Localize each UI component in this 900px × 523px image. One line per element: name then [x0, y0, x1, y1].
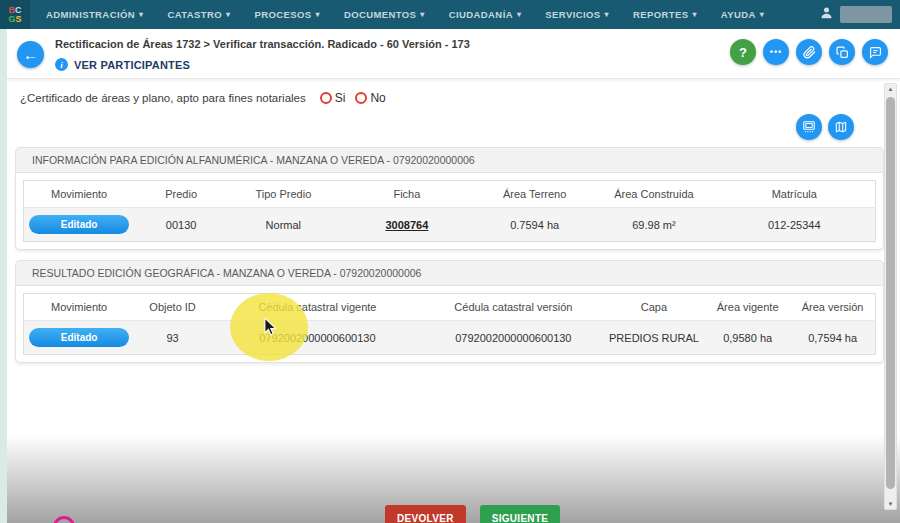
chevron-down-icon: ▾	[605, 10, 609, 19]
col-area-vigente: Área vigente	[705, 294, 790, 321]
comments-button[interactable]	[862, 39, 888, 65]
map-icon	[834, 120, 848, 134]
menu-ciudadania[interactable]: CIUDADANÍA▾	[449, 9, 522, 20]
cell-area-vigente: 0,9580 ha	[705, 321, 790, 355]
cell-objeto-id: 93	[134, 321, 211, 355]
col-objeto-id: Objeto ID	[134, 294, 211, 321]
page-background-strip	[0, 29, 7, 523]
certificado-question-label: ¿Certificado de áreas y plano, apto para…	[20, 92, 306, 104]
app-logo: BC GS	[0, 0, 30, 29]
devolver-button[interactable]: DEVOLVER	[385, 505, 466, 523]
col-capa: Capa	[603, 294, 705, 321]
radio-no[interactable]: No	[355, 91, 385, 105]
chevron-down-icon: ▾	[315, 10, 319, 19]
paperclip-icon	[803, 46, 816, 59]
col-area-version: Área versión	[790, 294, 875, 321]
alfanumerica-panel-title: INFORMACIÓN PARA EDICIÓN ALFANUMÉRICA - …	[15, 147, 884, 173]
table-row: Editado 93 0792002000000600130 079200200…	[24, 321, 876, 355]
geografica-table: Movimiento Objeto ID Cédula catastral vi…	[23, 293, 876, 355]
chevron-down-icon: ▾	[226, 10, 230, 19]
col-matricula: Matrícula	[714, 181, 876, 208]
alfanumerica-table: Movimiento Predio Tipo Predio Ficha Área…	[23, 180, 876, 242]
cell-area-construida: 69.98 m²	[594, 208, 713, 242]
col-tipo-predio: Tipo Predio	[228, 181, 339, 208]
menu-catastro[interactable]: CATASTRO▾	[167, 9, 230, 20]
col-predio: Predio	[134, 181, 228, 208]
map-view-button[interactable]	[828, 114, 854, 140]
ellipsis-icon: •••	[770, 47, 782, 57]
status-badge-editado: Editado	[29, 328, 129, 347]
page-title: VER PARTICIPANTES	[74, 59, 190, 71]
more-options-button[interactable]: •••	[763, 39, 789, 65]
menu-servicios[interactable]: SERVICIOS▾	[545, 9, 609, 20]
menu-procesos[interactable]: PROCESOS▾	[254, 9, 319, 20]
table-header-row: Movimiento Objeto ID Cédula catastral vi…	[24, 294, 876, 321]
menu-administracion[interactable]: ADMINISTRACIÓN▾	[46, 9, 143, 20]
copy-icon	[836, 46, 849, 59]
chevron-down-icon: ▾	[420, 10, 424, 19]
scroll-down-arrow[interactable]: ▼	[885, 501, 896, 507]
breadcrumb: Rectificacion de Áreas 1732 > Verificar …	[55, 38, 470, 50]
radio-no-label: No	[370, 91, 385, 105]
menu-reportes[interactable]: REPORTES▾	[633, 9, 697, 20]
col-cedula-version: Cédula catastral versión	[424, 294, 603, 321]
cell-capa: PREDIOS RURAL	[603, 321, 705, 355]
table-row: Editado 00130 Normal 3008764 0.7594 ha 6…	[24, 208, 876, 242]
radio-no-circle[interactable]	[355, 92, 367, 104]
copy-documents-button[interactable]	[829, 39, 855, 65]
col-cedula-vigente: Cédula catastral vigente	[211, 294, 424, 321]
footer-actions: DEVOLVER SIGUIENTE	[385, 505, 560, 523]
col-area-terreno: Área Terreno	[475, 181, 594, 208]
radio-si-label: Si	[335, 91, 346, 105]
question-mark-icon: ?	[739, 45, 747, 60]
col-movimiento: Movimiento	[24, 294, 135, 321]
attachments-button[interactable]	[796, 39, 822, 65]
info-icon[interactable]: i	[55, 58, 68, 71]
radio-si[interactable]: Si	[320, 91, 346, 105]
chevron-down-icon: ▾	[760, 10, 764, 19]
chevron-down-icon: ▾	[692, 10, 696, 19]
cell-tipo-predio: Normal	[228, 208, 339, 242]
alfanumerica-panel: INFORMACIÓN PARA EDICIÓN ALFANUMÉRICA - …	[15, 147, 884, 250]
cell-matricula: 012-25344	[714, 208, 876, 242]
help-button[interactable]: ?	[730, 39, 756, 65]
comment-icon	[869, 46, 882, 59]
back-button[interactable]: ←	[17, 41, 44, 68]
user-name-box[interactable]	[840, 6, 892, 23]
table-view-button[interactable]	[796, 114, 822, 140]
chevron-down-icon: ▾	[139, 10, 143, 19]
cell-cedula-version: 0792002000000600130	[424, 321, 603, 355]
menu-ayuda[interactable]: AYUDA▾	[721, 9, 764, 20]
menu-documentos[interactable]: DOCUMENTOS▾	[344, 9, 425, 20]
header-action-icons: ? •••	[730, 39, 888, 65]
col-movimiento: Movimiento	[24, 181, 135, 208]
scrollbar[interactable]: ▲ ▼	[884, 83, 897, 510]
ficha-link[interactable]: 3008764	[385, 219, 428, 231]
geografica-panel-title: RESULTADO EDICIÓN GEOGRÁFICA - MANZANA O…	[15, 260, 884, 286]
scrollbar-thumb[interactable]	[886, 97, 895, 489]
top-navbar: BC GS ADMINISTRACIÓN▾ CATASTRO▾ PROCESOS…	[0, 0, 900, 29]
screen-icon	[802, 120, 816, 134]
chevron-down-icon: ▾	[517, 10, 521, 19]
radio-si-circle[interactable]	[320, 92, 332, 104]
geografica-panel: RESULTADO EDICIÓN GEOGRÁFICA - MANZANA O…	[15, 260, 884, 363]
col-area-construida: Área Construida	[594, 181, 713, 208]
page-header: ← Rectificacion de Áreas 1732 > Verifica…	[7, 29, 900, 79]
back-arrow-icon: ←	[23, 46, 38, 63]
user-icon	[819, 5, 834, 24]
cell-area-terreno: 0.7594 ha	[475, 208, 594, 242]
status-badge-editado: Editado	[29, 215, 129, 234]
table-header-row: Movimiento Predio Tipo Predio Ficha Área…	[24, 181, 876, 208]
scroll-up-arrow[interactable]: ▲	[885, 86, 896, 92]
main-menu: ADMINISTRACIÓN▾ CATASTRO▾ PROCESOS▾ DOCU…	[46, 9, 764, 20]
siguiente-button[interactable]: SIGUIENTE	[480, 505, 561, 523]
col-ficha: Ficha	[339, 181, 475, 208]
cell-area-version: 0,7594 ha	[790, 321, 875, 355]
cell-predio: 00130	[134, 208, 228, 242]
cell-cedula-vigente: 0792002000000600130	[211, 321, 424, 355]
